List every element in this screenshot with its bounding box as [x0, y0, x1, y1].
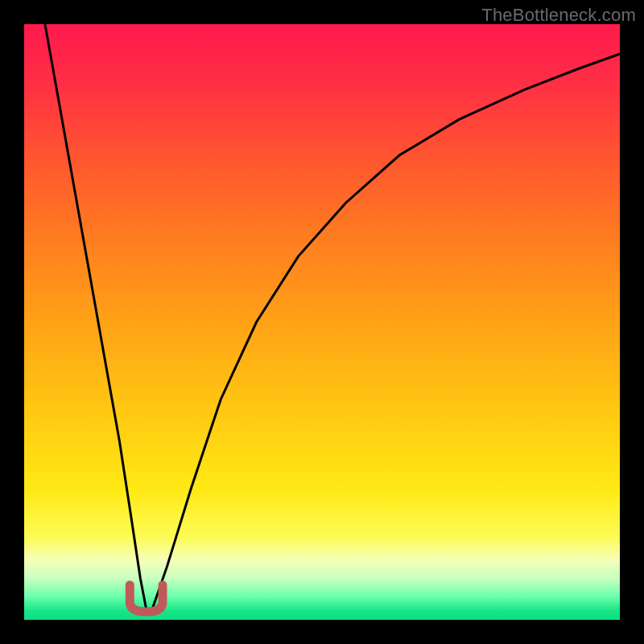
- watermark-text: TheBottleneck.com: [481, 5, 636, 26]
- bottleneck-curve-chart: [24, 24, 620, 620]
- plot-area: [24, 24, 620, 620]
- chart-frame: TheBottleneck.com: [0, 0, 644, 644]
- gradient-background: [24, 24, 620, 620]
